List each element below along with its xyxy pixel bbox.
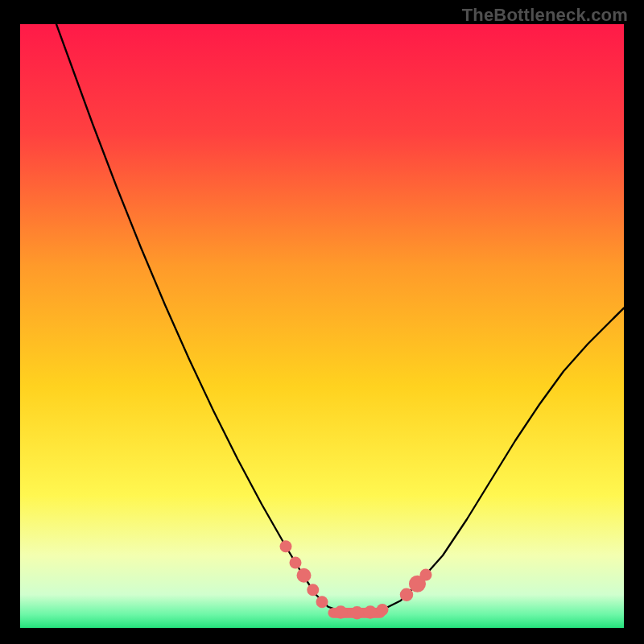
curve-marker xyxy=(420,569,432,581)
attribution-label: TheBottleneck.com xyxy=(462,5,628,26)
curve-marker xyxy=(364,605,378,619)
chart-frame: TheBottleneck.com xyxy=(0,0,644,644)
chart-svg xyxy=(20,24,624,628)
chart-background xyxy=(20,24,624,628)
curve-marker xyxy=(280,540,292,552)
plot-area xyxy=(20,24,624,628)
curve-marker xyxy=(297,568,312,583)
curve-marker xyxy=(290,557,302,569)
curve-marker xyxy=(334,605,348,619)
curve-marker xyxy=(307,584,319,596)
curve-marker xyxy=(316,596,328,608)
curve-marker xyxy=(400,588,414,602)
curve-marker xyxy=(377,604,389,616)
curve-marker xyxy=(350,606,364,620)
